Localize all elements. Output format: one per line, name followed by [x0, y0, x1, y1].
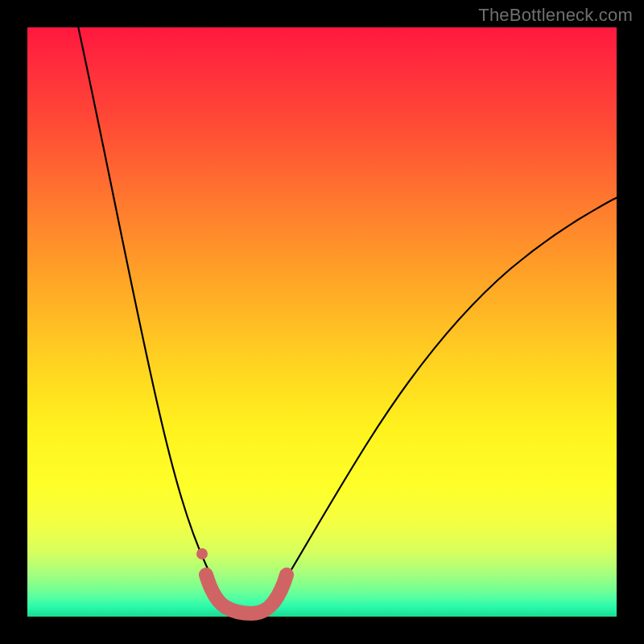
curve-left-branch [77, 23, 227, 605]
watermark-text: TheBottleneck.com [478, 5, 633, 26]
optimal-band [206, 575, 287, 613]
plot-area [27, 27, 617, 617]
chart-frame: TheBottleneck.com [0, 0, 644, 644]
marker-dot [196, 548, 208, 559]
curves-layer [27, 27, 617, 617]
curve-right-branch [269, 196, 619, 607]
